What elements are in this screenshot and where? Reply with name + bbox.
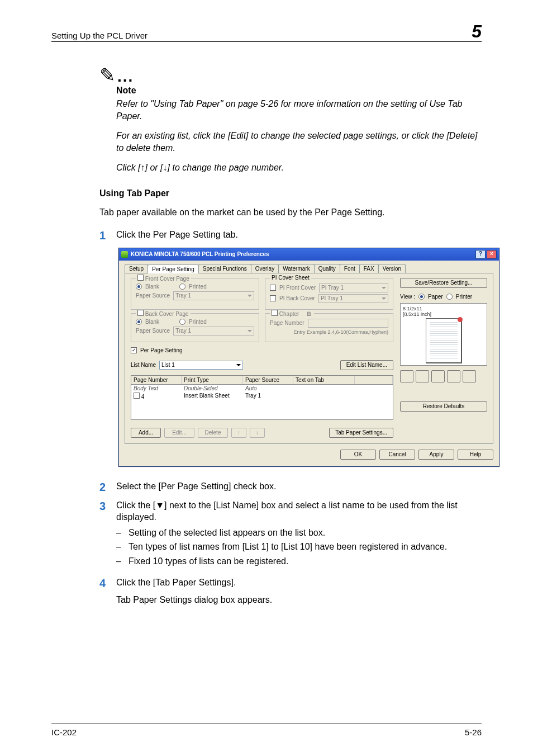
view-printer-radio[interactable] bbox=[446, 294, 453, 300]
col-position[interactable] bbox=[355, 376, 393, 384]
pi-back-checkbox[interactable] bbox=[270, 295, 276, 301]
step-3-bullet-3: Fixed 10 types of lists can be registere… bbox=[116, 555, 482, 568]
back-blank-radio[interactable] bbox=[136, 319, 142, 325]
preview-dims-2: [8.5x11 inch] bbox=[403, 311, 484, 317]
move-up-button[interactable]: ↑ bbox=[231, 428, 246, 438]
per-page-setting-checkbox[interactable] bbox=[131, 347, 137, 353]
col-print-type[interactable]: Print Type bbox=[182, 376, 243, 384]
move-down-button[interactable]: ↓ bbox=[250, 428, 265, 438]
pi-back-label: PI Back Cover bbox=[279, 295, 315, 301]
cell: Body Text bbox=[131, 385, 182, 392]
front-source-label: Paper Source bbox=[136, 292, 170, 299]
pi-back-dropdown[interactable]: PI Tray 1 bbox=[318, 294, 388, 303]
tab-per-page-setting[interactable]: Per Page Setting bbox=[147, 264, 199, 273]
tab-font[interactable]: Font bbox=[340, 264, 360, 273]
front-cover-checkbox-label[interactable]: Front Cover Page bbox=[136, 275, 191, 282]
chapter-checkbox-label[interactable]: Chapter 🗎 bbox=[270, 310, 314, 317]
row-checkbox[interactable] bbox=[134, 393, 140, 399]
note-label: Note bbox=[116, 86, 482, 96]
pi-front-dropdown[interactable]: PI Tray 1 bbox=[319, 284, 388, 292]
tab-overlay[interactable]: Overlay bbox=[251, 264, 279, 273]
chapter-group: Chapter 🗎 Page Number Entry Example 2,4,… bbox=[265, 313, 393, 342]
list-name-dropdown[interactable]: List 1 bbox=[159, 361, 243, 370]
layout-icon-3[interactable] bbox=[431, 370, 445, 382]
apply-button[interactable]: Apply bbox=[418, 450, 454, 460]
chapter-page-input[interactable] bbox=[308, 319, 388, 328]
list-header: Page Number Print Type Paper Source Text… bbox=[131, 375, 393, 385]
front-cover-group: Front Cover Page Blank Printed Paper Sou… bbox=[131, 278, 259, 310]
col-text-on-tab[interactable]: Text on Tab bbox=[293, 376, 355, 384]
edit-button[interactable]: Edit... bbox=[164, 428, 194, 438]
tab-setup[interactable]: Setup bbox=[125, 264, 148, 273]
pi-front-label: PI Front Cover bbox=[279, 285, 316, 291]
tab-version[interactable]: Version bbox=[378, 264, 406, 273]
cell: Insert Blank Sheet bbox=[182, 392, 243, 400]
view-printer-label: Printer bbox=[456, 294, 472, 300]
note-icon: ✎... bbox=[99, 65, 482, 84]
step-3-text: Click the [▼] next to the [List Name] bo… bbox=[116, 500, 458, 522]
edit-list-name-button[interactable]: Edit List Name... bbox=[340, 360, 393, 370]
layout-icon-4[interactable] bbox=[447, 370, 460, 382]
front-blank-label: Blank bbox=[145, 284, 159, 290]
step-4-number: 4 bbox=[99, 577, 116, 589]
chapter-title: Chapter bbox=[279, 311, 299, 317]
front-printed-label: Printed bbox=[189, 284, 207, 290]
tab-quality[interactable]: Quality bbox=[314, 264, 340, 273]
back-source-label: Paper Source bbox=[136, 328, 170, 334]
cell bbox=[355, 385, 393, 392]
tabs-row: Setup Per Page Setting Special Functions… bbox=[125, 264, 493, 273]
add-button[interactable]: Add... bbox=[131, 428, 161, 438]
view-paper-radio[interactable] bbox=[418, 294, 425, 300]
back-blank-label: Blank bbox=[145, 319, 159, 325]
intro-paragraph: Tab paper available on the market can be… bbox=[99, 206, 482, 219]
ok-button[interactable]: OK bbox=[340, 450, 376, 460]
tab-paper-settings-button[interactable]: Tab Paper Settings... bbox=[329, 428, 393, 438]
cell: Double-Sided bbox=[182, 385, 243, 392]
front-cover-title: Front Cover Page bbox=[145, 276, 189, 282]
delete-button[interactable]: Delete bbox=[198, 428, 228, 438]
col-page-number[interactable]: Page Number bbox=[131, 376, 182, 384]
layout-icon-5[interactable] bbox=[463, 370, 476, 382]
view-label: View : bbox=[400, 294, 415, 300]
front-source-dropdown[interactable]: Tray 1 bbox=[173, 291, 254, 300]
step-4-sub: Tab Paper Settings dialog box appears. bbox=[116, 594, 482, 606]
footer-left: IC-202 bbox=[51, 727, 77, 737]
chapter-checkbox[interactable] bbox=[272, 310, 278, 316]
dialog-titlebar: KONICA MINOLTA 750/600 PCL Printing Pref… bbox=[119, 248, 499, 261]
back-cover-checkbox-label[interactable]: Back Cover Page bbox=[136, 310, 191, 317]
col-paper-source[interactable]: Paper Source bbox=[243, 376, 293, 384]
section-heading: Using Tab Paper bbox=[99, 188, 482, 199]
pi-front-checkbox[interactable] bbox=[270, 285, 276, 291]
layout-icon-2[interactable] bbox=[416, 370, 429, 382]
list-row[interactable]: Body Text Double-Sided Auto bbox=[131, 385, 393, 392]
save-restore-button[interactable]: Save/Restore Setting... bbox=[400, 278, 487, 288]
close-button[interactable]: × bbox=[487, 250, 497, 259]
back-cover-checkbox[interactable] bbox=[137, 310, 144, 316]
help-button-bottom[interactable]: Help bbox=[458, 450, 493, 460]
cell: Tray 1 bbox=[243, 392, 293, 400]
view-paper-label: Paper bbox=[428, 294, 443, 300]
cancel-button[interactable]: Cancel bbox=[379, 450, 415, 460]
pi-front-value: PI Tray 1 bbox=[321, 285, 344, 291]
cell bbox=[293, 385, 355, 392]
cell: Auto bbox=[243, 385, 293, 392]
list-row[interactable]: 4 Insert Blank Sheet Tray 1 bbox=[131, 392, 393, 400]
front-printed-radio[interactable] bbox=[179, 284, 185, 290]
back-printed-radio[interactable] bbox=[179, 319, 185, 325]
clip-icon bbox=[458, 317, 463, 322]
back-source-dropdown[interactable]: Tray 1 bbox=[173, 327, 254, 336]
tab-fax[interactable]: FAX bbox=[359, 264, 379, 273]
tab-watermark[interactable]: Watermark bbox=[278, 264, 315, 273]
front-cover-checkbox[interactable] bbox=[137, 275, 144, 281]
help-button[interactable]: ? bbox=[475, 250, 486, 259]
list-body[interactable]: Body Text Double-Sided Auto 4 Insert Bla… bbox=[131, 385, 393, 420]
front-source-value: Tray 1 bbox=[175, 292, 191, 299]
step-3-number: 3 bbox=[99, 499, 116, 512]
list-name-value: List 1 bbox=[161, 362, 175, 368]
cell-pn: 4 bbox=[141, 394, 145, 400]
tab-special-functions[interactable]: Special Functions bbox=[198, 264, 251, 273]
per-page-setting-label: Per Page Setting bbox=[140, 347, 183, 353]
restore-defaults-button[interactable]: Restore Defaults bbox=[400, 401, 487, 412]
front-blank-radio[interactable] bbox=[136, 284, 142, 290]
layout-icon-1[interactable] bbox=[400, 370, 413, 382]
